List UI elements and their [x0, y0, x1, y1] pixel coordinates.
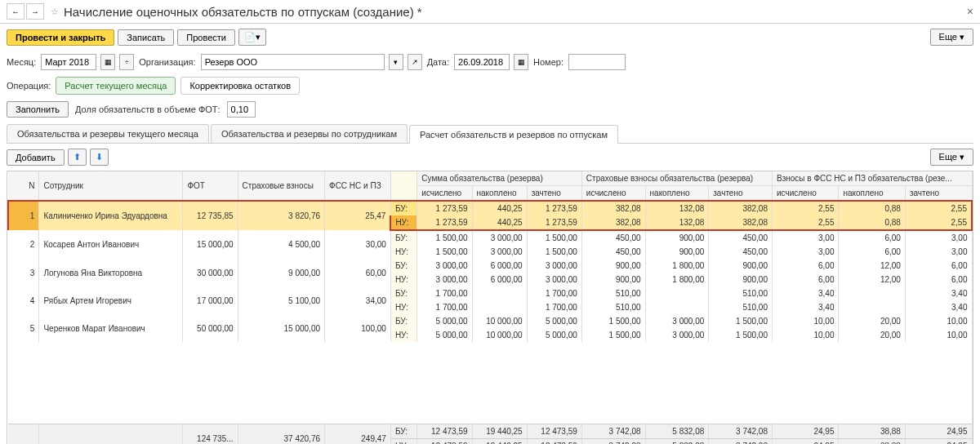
col-n: N [8, 171, 39, 201]
post-button[interactable]: Провести [177, 29, 235, 46]
col-group-fss-liab: Взносы в ФСС НС и ПЗ обязательства (резе… [772, 171, 972, 186]
org-input[interactable] [201, 54, 385, 70]
more-button[interactable]: Еще ▾ [930, 29, 973, 46]
forward-button[interactable]: → [26, 3, 44, 20]
operation-label: Операция: [7, 81, 51, 91]
col-group-liability: Сумма обязательства (резерва) [417, 171, 581, 186]
tab-by-employee[interactable]: Обязательства и резервы по сотрудникам [211, 124, 408, 143]
org-dropdown-icon[interactable]: ▾ [389, 54, 403, 70]
month-spinner[interactable]: ÷ [119, 54, 134, 70]
share-label: Доля обязательств в объеме ФОТ: [75, 104, 220, 114]
calc-table[interactable]: N Сотрудник ФОТ Страховые взносы ФСС НС … [7, 171, 973, 444]
favorite-icon[interactable]: ☆ [51, 7, 59, 17]
date-input[interactable] [454, 54, 510, 70]
table-row[interactable]: 1 Калиниченко Ирина Эдуардовна 12 735,85… [8, 201, 972, 215]
month-calendar-icon[interactable]: ▦ [100, 54, 115, 70]
share-input[interactable] [227, 101, 256, 118]
op-correction[interactable]: Корректировка остатков [180, 77, 300, 95]
date-label: Дата: [427, 57, 449, 67]
col-group-insurance-liab: Страховые взносы обязательства (резерва) [581, 171, 772, 186]
table-row[interactable]: 2 Косарев Антон Иванович 15 000,00 4 500… [8, 230, 972, 245]
close-icon[interactable]: × [967, 5, 973, 18]
post-close-button[interactable]: Провести и закрыть [7, 29, 114, 46]
date-calendar-icon[interactable]: ▦ [514, 54, 528, 70]
back-button[interactable]: ← [7, 3, 24, 20]
write-button[interactable]: Записать [118, 29, 174, 46]
month-input[interactable] [41, 54, 96, 70]
col-insurance: Страховые взносы [238, 171, 324, 201]
table-more-button[interactable]: Еще ▾ [930, 149, 973, 166]
col-fot: ФОТ [183, 171, 238, 201]
org-open-icon[interactable]: ↗ [408, 54, 422, 70]
tab-vacation-calc[interactable]: Расчет обязательств и резервов по отпуск… [409, 125, 618, 144]
org-label: Организация: [139, 57, 195, 67]
op-calc-current[interactable]: Расчет текущего месяца [56, 77, 176, 95]
tab-current-month[interactable]: Обязательства и резервы текущего месяца [7, 124, 209, 143]
number-input[interactable] [568, 54, 626, 70]
col-fss: ФСС НС и ПЗ [325, 171, 391, 201]
move-up-button[interactable]: ⬆ [68, 149, 87, 166]
fill-button[interactable]: Заполнить [7, 101, 69, 118]
move-down-button[interactable]: ⬇ [90, 149, 109, 166]
table-row[interactable]: 3 Логунова Яна Викторовна 30 000,00 9 00… [8, 259, 972, 273]
report-menu-button[interactable]: 📄▾ [238, 29, 266, 46]
page-title: Начисление оценочных обязательств по отп… [64, 5, 422, 19]
col-employee: Сотрудник [39, 171, 183, 201]
number-label: Номер: [533, 57, 564, 67]
table-row[interactable]: 4 Рябых Артем Игоревич 17 000,00 5 100,0… [8, 286, 972, 300]
month-label: Месяц: [7, 57, 36, 67]
totals-row: 124 735...37 420,76249,47 БУ:12 473,5919… [8, 424, 972, 438]
add-button[interactable]: Добавить [7, 149, 65, 166]
table-row[interactable]: 5 Черенков Марат Иванович 50 000,00 15 0… [8, 314, 972, 328]
